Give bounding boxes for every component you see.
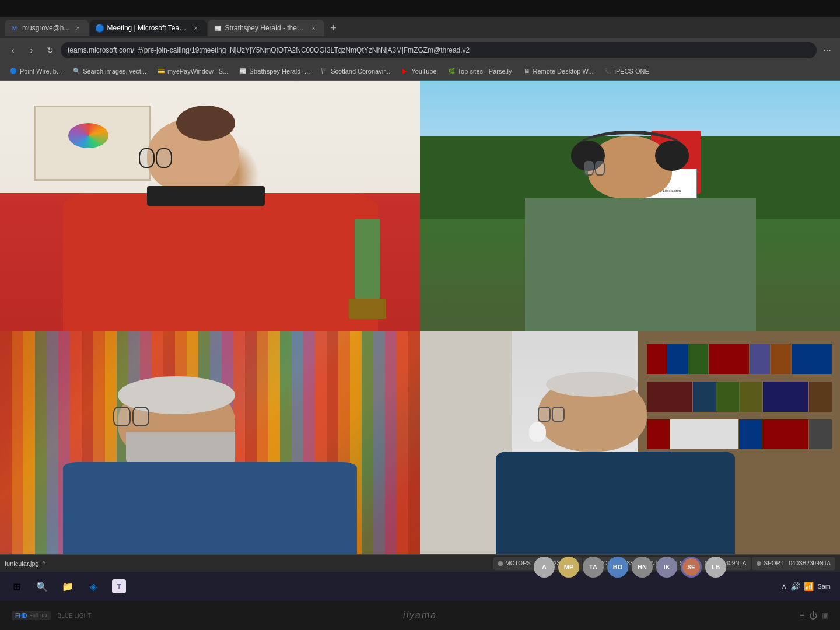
download-arrow: ^ [43, 560, 46, 567]
bookmark-label-2: Search images, vect... [83, 68, 146, 75]
person-glasses-tr [584, 161, 685, 176]
bookmark-label-9: iPECS ONE [614, 68, 649, 75]
video-tile-top-right: STOP Stop Look Listen [420, 80, 840, 331]
bookmark-favicon-6: ▶ [401, 67, 409, 75]
resolution-badge: FHD Full HD [12, 611, 51, 620]
extensions-button[interactable]: ⋯ [819, 42, 835, 58]
bookmark-favicon-9: 📞 [604, 67, 612, 75]
file-tab-dot-1 [498, 561, 503, 566]
poster-decoration [34, 106, 152, 181]
avatar-bo[interactable]: BO [607, 556, 628, 578]
taskbar-search[interactable]: 🔍 [30, 576, 54, 597]
avatar-a[interactable]: A [534, 556, 555, 578]
monitor-power-icon[interactable]: ⏻ [809, 611, 817, 620]
download-item[interactable]: funicular.jpg ^ [5, 560, 46, 567]
books-row-3 [647, 419, 832, 450]
books-row-1 [647, 344, 832, 374]
tab-close-2[interactable]: × [191, 23, 201, 33]
system-clock: Sam [817, 583, 831, 590]
person-hair-br [546, 372, 638, 397]
avatar-se[interactable]: SE [681, 556, 702, 578]
monitor-controls[interactable]: ≡ ⏻ ▣ [800, 611, 828, 620]
download-filename: funicular.jpg [5, 560, 39, 567]
video-tile-top-left [0, 80, 420, 331]
person-glasses-br [538, 407, 656, 422]
refresh-button[interactable]: ↻ [42, 42, 58, 58]
bookmark-favicon-7: 🌿 [447, 67, 456, 75]
bookmark-9[interactable]: 📞 iPECS ONE [599, 64, 653, 78]
tab-bar: M musgrove@h... × 🔵 Meeting | Microsoft … [0, 18, 840, 38]
windows-icon: ⊞ [9, 579, 23, 593]
monitor-bezel: iiyama FHD Full HD BLUE LIGHT ≡ ⏻ ▣ [0, 601, 840, 630]
person-glasses-bl [113, 407, 256, 426]
up-arrow-icon[interactable]: ∧ [781, 582, 787, 591]
bookmark-label-8: Remote Desktop W... [533, 68, 594, 75]
tab-close-3[interactable]: × [309, 23, 318, 33]
airpod-left [529, 422, 546, 442]
bookmark-3[interactable]: 💳 myePayWindow | S... [152, 64, 233, 78]
bookmark-favicon-3: 💳 [157, 67, 165, 75]
art-circle [68, 123, 108, 148]
network-icon[interactable]: 📶 [804, 582, 814, 591]
taskbar-files[interactable]: 📁 [56, 576, 79, 597]
tab-title-3: Strathspey Herald - the latest Ne... [225, 24, 306, 32]
bookmark-label-6: YouTube [411, 68, 436, 75]
taskbar-teams[interactable]: T [107, 576, 131, 597]
bookmark-8[interactable]: 🖥 Remote Desktop W... [518, 64, 598, 78]
avatar-hn[interactable]: HN [632, 556, 653, 578]
person-glasses-tl [139, 148, 273, 168]
video-tile-bottom-right: A MP TA BO HN [420, 331, 840, 582]
books-row-2 [647, 382, 832, 412]
browser-chrome: M musgrove@h... × 🔵 Meeting | Microsoft … [0, 18, 840, 80]
bookmark-6[interactable]: ▶ YouTube [396, 64, 441, 78]
folder-icon: 📁 [61, 579, 75, 593]
qr-code-icon: ▣ [822, 611, 828, 620]
bookmark-label-5: Scotland Coronavir... [331, 68, 390, 75]
forward-button[interactable]: › [23, 42, 40, 58]
taskbar-edge[interactable]: ◈ [82, 576, 105, 597]
bookmark-5[interactable]: 🏴 Scotland Coronavir... [316, 64, 395, 78]
tab-favicon-2: 🔵 [96, 24, 104, 32]
tab-favicon-1: M [10, 24, 19, 32]
person-body-tr [525, 198, 756, 331]
browser-tab-3[interactable]: 📰 Strathspey Herald - the latest Ne... × [208, 20, 324, 36]
bookmark-favicon-8: 🖥 [523, 67, 531, 75]
avatar-ta[interactable]: TA [583, 556, 604, 578]
bookmark-label-3: myePayWindow | S... [167, 68, 228, 75]
tab-close-1[interactable]: × [74, 23, 83, 33]
bookmark-1[interactable]: 🔵 Point Wire, b... [5, 64, 66, 78]
file-tab-label-4: SPORT - 040SB2309NTA [764, 560, 831, 566]
person-scarf-tl [147, 186, 265, 206]
bookmark-favicon-4: 📰 [239, 67, 247, 75]
screen: M musgrove@h... × 🔵 Meeting | Microsoft … [0, 18, 840, 601]
file-tab-dot-4 [757, 561, 761, 566]
taskbar-start[interactable]: ⊞ [5, 576, 28, 597]
person-body-tl [63, 194, 378, 332]
avatar-mp[interactable]: MP [558, 556, 579, 578]
bookmark-4[interactable]: 📰 Strathspey Herald -... [234, 64, 314, 78]
tab-favicon-3: 📰 [214, 24, 222, 32]
speaker-icon[interactable]: 🔊 [790, 582, 800, 591]
person-hair-tl [176, 106, 235, 141]
bookmark-label-4: Strathspey Herald -... [249, 68, 310, 75]
monitor-brand: iiyama [403, 610, 437, 621]
browser-tab-2[interactable]: 🔵 Meeting | Microsoft Teams × [90, 20, 206, 36]
address-bar-row: ‹ › ↻ teams.microsoft.com/_#/pre-join-ca… [0, 38, 840, 62]
tab-title-1: musgrove@h... [22, 24, 70, 32]
browser-tab-1[interactable]: M musgrove@h... × [5, 20, 89, 36]
plant-decoration [336, 219, 399, 319]
back-button[interactable]: ‹ [5, 42, 21, 58]
teams-icon: T [112, 579, 126, 593]
avatar-lb[interactable]: LB [705, 556, 726, 578]
monitor-menu-icon[interactable]: ≡ [800, 611, 804, 620]
avatar-ik[interactable]: IK [656, 556, 677, 578]
sys-tray: ∧ 🔊 📶 Sam [781, 582, 835, 591]
bookmark-label-1: Point Wire, b... [20, 68, 62, 75]
bookmark-2[interactable]: 🔍 Search images, vect... [68, 64, 151, 78]
address-bar[interactable]: teams.microsoft.com/_#/pre-join-calling/… [61, 42, 817, 58]
new-tab-button[interactable]: + [326, 20, 342, 36]
monitor: M musgrove@h... × 🔵 Meeting | Microsoft … [0, 0, 840, 630]
bookmark-7[interactable]: 🌿 Top sites - Parse.ly [443, 64, 517, 78]
participants-row: A MP TA BO HN [534, 556, 726, 578]
file-tab-4[interactable]: SPORT - 040SB2309NTA [752, 557, 835, 570]
